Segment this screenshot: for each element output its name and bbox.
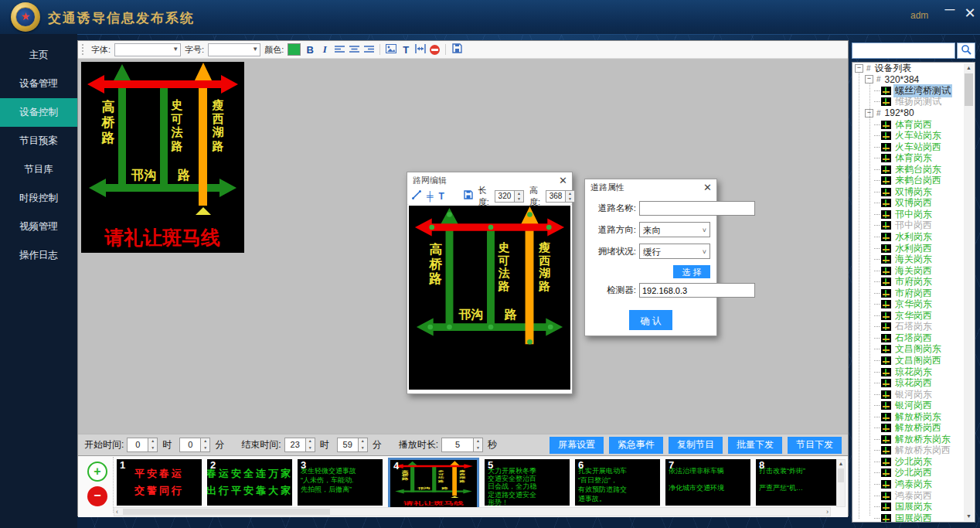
action-button-2[interactable]: 紧急事件	[609, 437, 663, 454]
start-hour-value[interactable]: 0	[127, 438, 148, 452]
start-minute-value[interactable]: 0	[179, 438, 201, 452]
remove-program-icon[interactable]: −	[87, 486, 107, 506]
bold-button[interactable]: B	[305, 44, 315, 56]
program-thumbnail-2[interactable]: 2春运安全连万家出行平安靠大家	[207, 459, 292, 506]
down-arrow-icon[interactable]: ▼	[148, 445, 157, 452]
scrollbar-thumb[interactable]	[123, 509, 330, 515]
start-minute-stepper[interactable]: 0▲▼	[179, 438, 210, 452]
height-value[interactable]: 368	[546, 190, 566, 203]
tree-scrollbar[interactable]: ▲ ▼	[964, 63, 974, 521]
up-arrow-icon[interactable]: ▲	[201, 438, 209, 445]
stepper-arrows[interactable]: ▲▼	[306, 438, 315, 452]
scroll-right-icon[interactable]: ›	[826, 508, 829, 516]
scrollbar-thumb[interactable]	[965, 73, 973, 106]
down-arrow-icon[interactable]: ▼	[515, 196, 523, 202]
search-icon[interactable]	[957, 43, 975, 59]
sidebar-item-2[interactable]: 设备管理	[0, 70, 77, 98]
action-button-4[interactable]: 批量下发	[728, 437, 782, 454]
program-thumbnail-6[interactable]: 6扎实开展电动车“百日整治”，有效预防道路交通事故。	[575, 459, 660, 506]
action-button-5[interactable]: 节目下发	[788, 437, 842, 454]
minimize-icon[interactable]: ─	[941, 2, 958, 18]
program-thumbnail-8[interactable]: 8打击改装“炸街”严查严惩“机…	[756, 459, 841, 506]
down-arrow-icon[interactable]: ▼	[359, 445, 367, 452]
road-network-canvas[interactable]: 高桥路史可法路瘦西湖路邗沟路	[409, 206, 570, 390]
sidebar-item-7[interactable]: 视频管理	[0, 213, 77, 241]
text-tool-button[interactable]: T	[439, 191, 444, 202]
save-icon[interactable]	[451, 43, 462, 56]
end-hour-value[interactable]: 23	[284, 438, 306, 452]
confirm-button[interactable]: 确 认	[629, 310, 672, 330]
align-center-icon[interactable]	[349, 44, 359, 56]
save-icon[interactable]	[464, 190, 473, 202]
line-tool-icon[interactable]	[412, 190, 421, 202]
sidebar-item-5[interactable]: 节目库	[0, 155, 77, 184]
action-button-3[interactable]: 复制节目	[669, 437, 723, 454]
start-hour-stepper[interactable]: 0▲▼	[127, 438, 158, 452]
font-size-select[interactable]: ▼	[208, 43, 260, 56]
program-thumbnail-3[interactable]: 3发生轻微交通事故“人未伤，车能动.先拍照，后撤离”	[298, 459, 383, 506]
up-arrow-icon[interactable]: ▲	[566, 191, 574, 196]
up-arrow-icon[interactable]: ▲	[148, 438, 157, 445]
program-thumbnail-4[interactable]: 4高桥路史可法路瘦西湖路邗沟路请礼让斑马线	[388, 458, 479, 510]
length-value[interactable]: 320	[495, 190, 515, 203]
insert-image-icon[interactable]	[386, 44, 396, 56]
fit-width-icon[interactable]	[415, 44, 426, 56]
end-minute-stepper[interactable]: 59▲▼	[337, 438, 368, 452]
sign-preview[interactable]: 高桥路史可法路瘦西湖路邗沟路请礼让斑马线	[81, 62, 244, 253]
length-stepper[interactable]: 320 ▲▼	[495, 190, 524, 203]
stepper-arrows[interactable]: ▲▼	[148, 438, 158, 452]
crossing-tool-icon[interactable]: ╪	[427, 191, 434, 202]
program-thumbnail-7[interactable]: 7依法治理非标车辆净化城市交通环境	[665, 459, 750, 506]
duration-stepper[interactable]: 5▲▼	[441, 438, 483, 452]
program-thumbnail-5[interactable]: 5大力开展秋冬季交通安全整治百日会战，全力稳定道路交通安全形势！	[485, 459, 570, 506]
sidebar-item-1[interactable]: 主页	[0, 41, 77, 70]
color-swatch[interactable]	[288, 43, 301, 56]
select-detector-button[interactable]: 选 择	[673, 265, 710, 278]
end-minute-value[interactable]: 59	[337, 438, 359, 452]
road-name-input[interactable]	[639, 201, 755, 216]
down-arrow-icon[interactable]: ▼	[566, 196, 574, 202]
down-arrow-icon[interactable]: ▼	[306, 445, 315, 452]
stepper-arrows[interactable]: ▲▼	[359, 438, 368, 452]
delete-icon[interactable]	[430, 45, 440, 55]
add-program-icon[interactable]: +	[87, 462, 107, 482]
up-arrow-icon[interactable]: ▲	[515, 191, 523, 196]
stepper-arrows[interactable]: ▲▼	[566, 190, 575, 203]
duration-value[interactable]: 5	[441, 438, 474, 452]
align-left-icon[interactable]	[334, 44, 345, 56]
sidebar-item-6[interactable]: 时段控制	[0, 184, 77, 213]
stepper-arrows[interactable]: ▲▼	[201, 438, 210, 452]
horizontal-scrollbar[interactable]: ‹ ›	[114, 507, 831, 516]
sidebar-item-3[interactable]: 设备控制	[0, 98, 77, 127]
detector-input[interactable]	[639, 283, 755, 298]
stepper-arrows[interactable]: ▲▼	[515, 190, 524, 203]
tree-device-item[interactable]: 维扬岗测试	[852, 97, 975, 108]
height-stepper[interactable]: 368 ▲▼	[546, 190, 575, 203]
down-arrow-icon[interactable]: ▼	[474, 445, 482, 452]
tree-root-device-list[interactable]: −#设备列表	[852, 63, 975, 74]
sidebar-item-8[interactable]: 操作日志	[0, 241, 77, 270]
action-button-1[interactable]: 屏幕设置	[550, 437, 604, 454]
sidebar-item-4[interactable]: 节目预案	[0, 127, 77, 155]
logged-in-user[interactable]: adm	[910, 10, 928, 21]
close-icon[interactable]: ✕	[961, 5, 978, 22]
scroll-left-icon[interactable]: ‹	[116, 508, 118, 516]
tree-device-item[interactable]: 国展岗西	[852, 513, 975, 523]
device-search-input[interactable]	[852, 43, 955, 59]
end-hour-stepper[interactable]: 23▲▼	[284, 438, 315, 452]
up-arrow-icon[interactable]: ▲	[359, 438, 367, 445]
scroll-up-icon[interactable]: ▲	[964, 63, 974, 73]
road-direction-select[interactable]: 来向˅	[639, 222, 710, 237]
program-thumbnail-1[interactable]: 1平安春运交警同行	[117, 459, 202, 506]
insert-text-button[interactable]: T	[400, 44, 411, 56]
italic-button[interactable]: I	[319, 43, 330, 56]
font-select[interactable]: ▼	[114, 43, 181, 56]
up-arrow-icon[interactable]: ▲	[306, 438, 315, 445]
congestion-select[interactable]: 缓行˅	[639, 244, 710, 259]
align-right-icon[interactable]	[363, 44, 374, 56]
close-icon[interactable]: ✕	[559, 175, 567, 186]
up-arrow-icon[interactable]: ▲	[474, 438, 482, 445]
stepper-arrows[interactable]: ▲▼	[474, 438, 483, 452]
down-arrow-icon[interactable]: ▼	[201, 445, 209, 452]
close-icon[interactable]: ✕	[703, 182, 712, 193]
